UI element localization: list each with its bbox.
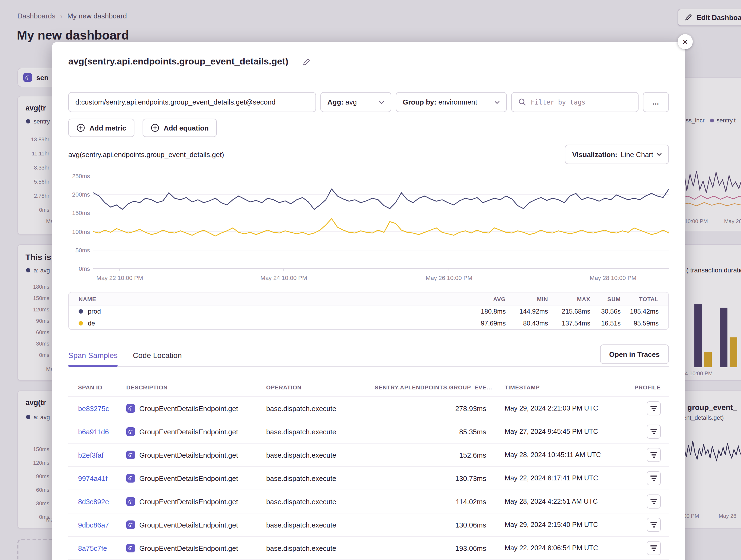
span-duration: 130.06ms — [375, 521, 486, 529]
metric-details-modal: avg(sentry.api.endpoints.group_event_det… — [52, 42, 685, 560]
sentry-logo-icon — [126, 404, 135, 413]
series-avg: 97.69ms — [457, 320, 506, 327]
span-sample-row[interactable]: b2ef3fafGroupEventDetailsEndpoint.getbas… — [68, 444, 669, 467]
filter-by-tags-input[interactable]: Filter by tags — [511, 92, 638, 112]
span-sample-row[interactable]: 9dbc86a7GroupEventDetailsEndpoint.getbas… — [68, 513, 669, 537]
profile-button[interactable] — [647, 471, 661, 485]
sentry-logo-icon — [126, 497, 135, 506]
span-timestamp: May 22, 2024 8:17:41 PM UTC — [486, 474, 612, 482]
span-description: GroupEventDetailsEndpoint.get — [126, 451, 266, 459]
chart-series-label: avg(sentry.api.endpoints.group_event_det… — [68, 150, 224, 158]
series-min: 80.43ms — [506, 320, 548, 327]
aggregation-select[interactable]: Agg: avg — [320, 92, 391, 112]
search-icon — [518, 98, 526, 106]
span-id-link[interactable]: 8a75c7fe — [78, 544, 126, 552]
metric-query-value: d:custom/sentry.api.endpoints.group_even… — [75, 98, 276, 106]
span-description: GroupEventDetailsEndpoint.get — [126, 404, 266, 413]
span-id-link[interactable]: 8d3c892e — [78, 497, 126, 505]
edit-title-pencil-icon[interactable] — [302, 58, 311, 66]
span-operation: base.dispatch.execute — [266, 451, 375, 459]
close-icon[interactable]: ✕ — [678, 34, 693, 49]
series-max: 137.54ms — [548, 320, 590, 327]
add-equation-button[interactable]: Add equation — [143, 118, 217, 137]
profile-button[interactable] — [647, 541, 661, 555]
sentry-logo-icon — [126, 427, 135, 436]
x-axis-label: May 28 10:00 PM — [590, 274, 636, 281]
group-by-value: environment — [438, 98, 477, 106]
visualization-value: Line Chart — [621, 150, 653, 158]
series-name: prod — [69, 308, 457, 315]
y-axis-label: 100ms — [68, 228, 90, 235]
add-metric-button[interactable]: Add metric — [68, 118, 134, 137]
span-timestamp: May 28, 2024 4:22:51 AM UTC — [486, 498, 612, 505]
span-id-link[interactable]: b6a911d6 — [78, 427, 126, 436]
modal-title: avg(sentry.api.endpoints.group_event_det… — [68, 56, 288, 67]
summary-row[interactable]: prod180.8ms144.92ms215.68ms30.56s185.42m… — [69, 306, 668, 317]
span-sample-row[interactable]: be83275cGroupEventDetailsEndpoint.getbas… — [68, 397, 669, 420]
y-axis-label: 0ms — [68, 265, 90, 272]
profile-button[interactable] — [647, 448, 661, 462]
series-name: de — [69, 320, 457, 327]
profile-button[interactable] — [647, 425, 661, 439]
series-total: 185.42ms — [621, 308, 659, 315]
more-options-button[interactable]: … — [643, 92, 669, 112]
span-operation: base.dispatch.execute — [266, 474, 375, 482]
span-id-link[interactable]: be83275c — [78, 404, 126, 412]
span-duration: 193.06ms — [375, 544, 486, 552]
span-operation: base.dispatch.execute — [266, 427, 375, 436]
y-axis-label: 150ms — [68, 210, 90, 216]
plus-circle-icon — [76, 124, 85, 132]
visualization-select[interactable]: Visualization: Line Chart — [565, 145, 669, 164]
filter-placeholder: Filter by tags — [531, 98, 586, 106]
profile-button[interactable] — [647, 494, 661, 508]
summary-header-row: NAME AVG MIN MAX SUM TOTAL — [69, 293, 668, 306]
span-duration: 85.35ms — [375, 427, 486, 436]
span-timestamp: May 27, 2024 9:45:45 PM UTC — [486, 428, 612, 435]
sentry-logo-icon — [126, 521, 135, 529]
span-id-link[interactable]: b2ef3faf — [78, 451, 126, 459]
span-description: GroupEventDetailsEndpoint.get — [126, 427, 266, 436]
span-timestamp: May 28, 2024 10:45:11 AM UTC — [486, 451, 612, 459]
span-sample-row[interactable]: 8d3c892eGroupEventDetailsEndpoint.getbas… — [68, 490, 669, 513]
summary-row[interactable]: de97.69ms80.43ms137.54ms16.51s95.59ms — [69, 317, 668, 329]
y-axis-label: 50ms — [68, 247, 90, 253]
group-by-label: Group by: — [403, 98, 436, 106]
metric-query-input[interactable]: d:custom/sentry.api.endpoints.group_even… — [68, 92, 316, 112]
span-timestamp: May 29, 2024 2:21:03 PM UTC — [486, 405, 612, 412]
span-timestamp: May 29, 2024 2:15:40 PM UTC — [486, 521, 612, 529]
profile-button[interactable] — [647, 401, 661, 415]
span-id-link[interactable]: 9dbc86a7 — [78, 521, 126, 529]
chevron-down-icon — [657, 153, 662, 156]
span-sample-row[interactable]: b6a911d6GroupEventDetailsEndpoint.getbas… — [68, 420, 669, 444]
span-operation: base.dispatch.execute — [266, 544, 375, 552]
open-in-traces-button[interactable]: Open in Traces — [600, 344, 669, 364]
y-axis-label: 200ms — [68, 191, 90, 198]
span-id-link[interactable]: 9974a41f — [78, 474, 126, 482]
series-summary-table: NAME AVG MIN MAX SUM TOTAL prod180.8ms14… — [68, 292, 669, 330]
samples-header-row: SPAN ID DESCRIPTION OPERATION SENTRY.API… — [68, 378, 669, 397]
chevron-down-icon — [379, 100, 384, 104]
tab-span-samples[interactable]: Span Samples — [68, 351, 118, 366]
span-operation: base.dispatch.execute — [266, 521, 375, 529]
span-sample-row[interactable]: 9974a41fGroupEventDetailsEndpoint.getbas… — [68, 467, 669, 490]
span-duration: 114.02ms — [375, 497, 486, 505]
x-axis-label: May 26 10:00 PM — [425, 274, 472, 281]
sentry-logo-icon — [126, 451, 135, 459]
profile-button[interactable] — [647, 518, 661, 532]
span-samples-table: SPAN ID DESCRIPTION OPERATION SENTRY.API… — [68, 378, 669, 560]
span-sample-row[interactable]: 8a75c7feGroupEventDetailsEndpoint.getbas… — [68, 537, 669, 560]
span-duration: 130.73ms — [375, 474, 486, 482]
span-description: GroupEventDetailsEndpoint.get — [126, 474, 266, 483]
x-axis-label: May 22 10:00 PM — [96, 274, 143, 281]
series-avg: 180.8ms — [457, 308, 506, 315]
legend-dot-icon — [79, 309, 83, 314]
series-total: 95.59ms — [621, 320, 659, 327]
metric-line-chart[interactable]: 250ms200ms150ms100ms50ms0ms May 22 10:00… — [68, 173, 669, 284]
agg-value: avg — [345, 98, 357, 106]
series-sum: 16.51s — [590, 320, 621, 327]
group-by-select[interactable]: Group by: environment — [396, 92, 507, 112]
span-duration: 278.93ms — [375, 404, 486, 412]
series-sum: 30.56s — [590, 308, 621, 315]
span-description: GroupEventDetailsEndpoint.get — [126, 497, 266, 506]
tab-code-location[interactable]: Code Location — [133, 351, 182, 366]
